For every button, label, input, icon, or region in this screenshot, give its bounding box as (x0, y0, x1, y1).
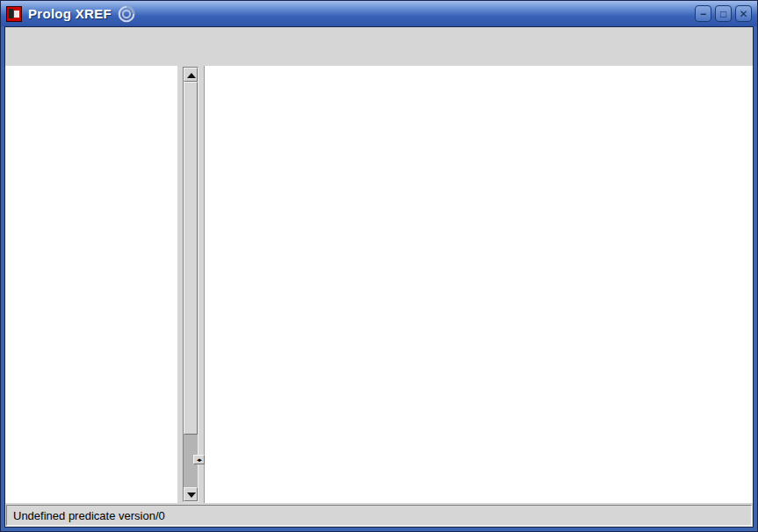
titlebar[interactable]: Prolog XREF − □ ✕ (1, 1, 757, 26)
maximize-button[interactable]: □ (715, 5, 732, 22)
xpce-swirl-icon (117, 4, 136, 24)
close-button[interactable]: ✕ (735, 5, 752, 22)
status-message: Undefined predicate version/0 (13, 509, 165, 522)
minimize-button[interactable]: − (695, 5, 711, 22)
window-title: Prolog XREF (28, 6, 112, 21)
scrollbar-thumb[interactable] (184, 82, 198, 435)
scroll-up-button[interactable] (184, 68, 198, 82)
app-body: ◂▸ Undefined predicate version/0 (4, 26, 754, 528)
tab-row (5, 47, 753, 66)
app-window: Prolog XREF − □ ✕ ◂▸ (0, 0, 758, 532)
tree-scrollbar[interactable]: ◂▸ (183, 67, 199, 502)
main-split: ◂▸ (5, 66, 753, 503)
menubar (5, 27, 753, 47)
file-tree (5, 66, 177, 503)
statusbar: Undefined predicate version/0 (6, 505, 752, 526)
scroll-down-button[interactable] (184, 487, 198, 501)
app-icon (6, 6, 22, 22)
pane-resize-grip[interactable]: ◂▸ (193, 455, 205, 464)
scrollbar-track[interactable] (184, 82, 198, 487)
file-info-pane (204, 66, 753, 503)
